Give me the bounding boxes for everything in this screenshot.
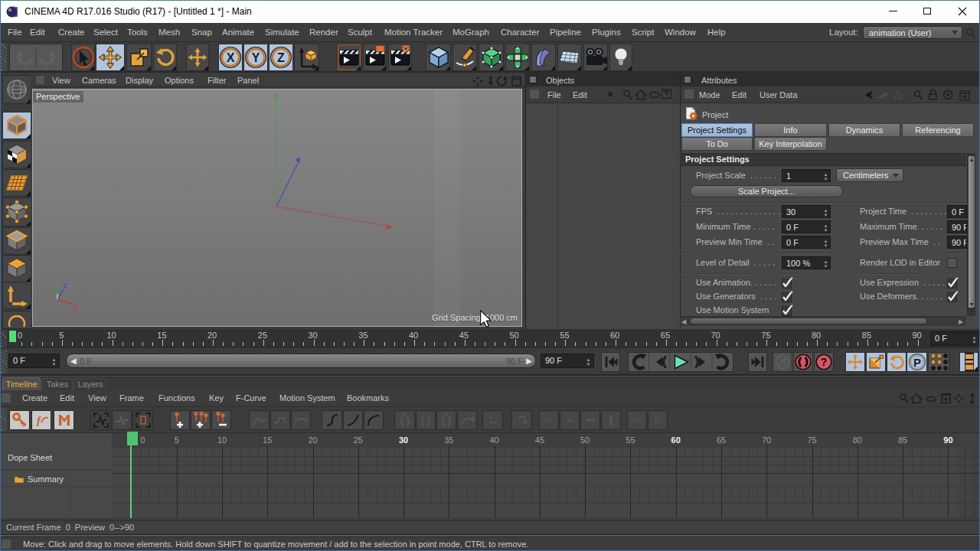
svg-text:f: f	[37, 414, 42, 426]
svg-text:Y: Y	[252, 51, 260, 64]
svg-text:?: ?	[821, 356, 828, 368]
svg-text:X: X	[227, 51, 235, 64]
svg-text:( ): ( )	[400, 415, 409, 426]
svg-text:Z: Z	[63, 282, 67, 289]
svg-text:Z: Z	[277, 51, 285, 64]
svg-text:P: P	[913, 356, 920, 369]
svg-text:( ): ( )	[421, 415, 430, 426]
svg-text:0: 0	[655, 416, 659, 425]
svg-text:-10°: -10°	[631, 416, 644, 424]
svg-text:Y: Y	[54, 279, 59, 286]
svg-text:( ): ( )	[442, 415, 451, 426]
svg-text:X: X	[74, 305, 78, 313]
svg-text:+1: +1	[544, 416, 552, 424]
